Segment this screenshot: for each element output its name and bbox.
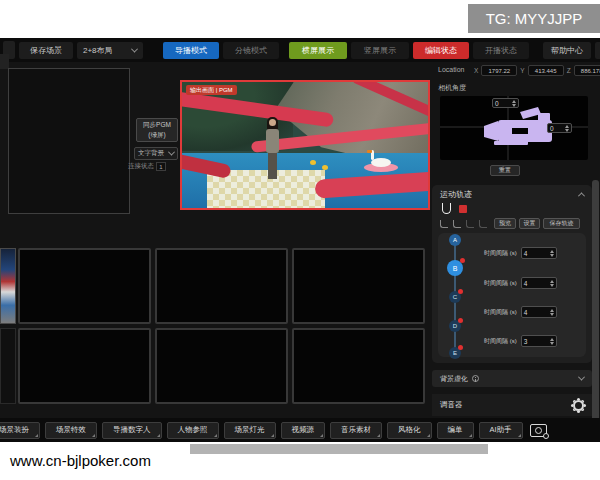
z-axis-label: Z	[567, 67, 571, 74]
corner-path-icon[interactable]	[479, 220, 487, 228]
angle-top-stepper[interactable]: 0	[492, 98, 519, 108]
waypoint-a[interactable]: A	[449, 234, 461, 246]
trajectory-preview-button[interactable]: 预览	[494, 218, 516, 229]
state-edit-button[interactable]: 编辑状态	[413, 42, 469, 59]
trajectory-header[interactable]: 运动轨迹	[440, 189, 584, 200]
scene-slot[interactable]	[18, 328, 151, 404]
waypoint-d-label: D	[453, 323, 457, 329]
right-scrollbar[interactable]	[592, 180, 599, 442]
info-icon	[472, 375, 479, 382]
scene-slot[interactable]	[155, 248, 288, 324]
angle-side-value: 0	[550, 125, 554, 132]
waypoint-c[interactable]: C	[449, 291, 461, 303]
scene-thumbnail-partial[interactable]	[0, 328, 16, 404]
sync-pgm-line2: (绿屏)	[137, 130, 177, 140]
state-broadcast-button[interactable]: 开播状态	[473, 42, 529, 59]
location-x-input[interactable]: 1797.22	[481, 65, 517, 76]
help-center-button[interactable]: 帮助中心	[543, 42, 591, 59]
tab-music-assets[interactable]: 音乐素材	[330, 422, 382, 439]
interval-label: 时间间隔 (s)	[484, 308, 517, 317]
interval-label: 时间间隔 (s)	[484, 249, 517, 258]
text-background-dropdown[interactable]: 文字背景	[134, 147, 178, 160]
delete-badge-icon[interactable]	[458, 289, 463, 294]
watermark-top: TG: MYYJJPP	[468, 4, 600, 33]
stepper-arrows-icon[interactable]	[550, 250, 554, 257]
tab-ai-assistant[interactable]: AI助手	[479, 422, 523, 439]
interval-stepper[interactable]: 4	[521, 247, 557, 259]
stepper-arrows-icon[interactable]	[550, 309, 554, 316]
stepper-arrows-icon[interactable]	[550, 280, 554, 287]
trajectory-settings-button[interactable]: 设置	[519, 218, 540, 229]
layout-select[interactable]: 2+8布局	[77, 42, 143, 59]
interval-label: 时间间隔 (s)	[484, 337, 517, 346]
corner-path-icon[interactable]	[466, 220, 474, 228]
swan-body	[371, 158, 391, 167]
corner-path-icon[interactable]	[453, 220, 461, 228]
stop-record-icon[interactable]	[459, 205, 467, 213]
waypoint-b[interactable]: B	[447, 260, 463, 276]
waypoint-e[interactable]: E	[449, 347, 461, 359]
presenter-body	[266, 129, 279, 153]
tab-scene-lighting[interactable]: 场景灯光	[224, 422, 276, 439]
trajectory-save-button[interactable]: 保存轨迹	[543, 218, 580, 229]
swan-beak	[367, 150, 372, 153]
screenshot-camera-icon[interactable]	[530, 424, 547, 437]
angle-top-value: 0	[495, 100, 499, 107]
tab-video-source[interactable]: 视频源	[281, 422, 326, 439]
corner-path-icon[interactable]	[440, 220, 448, 228]
delete-badge-icon[interactable]	[458, 345, 463, 350]
interval-row: 时间间隔 (s) 4	[484, 247, 557, 259]
save-scene-button[interactable]: 保存场景	[19, 42, 73, 59]
delete-badge-icon[interactable]	[458, 318, 463, 323]
camera-silhouette	[484, 107, 552, 145]
mixer-section[interactable]: 调音器	[432, 394, 592, 416]
scene-slot[interactable]	[18, 248, 151, 324]
scene-thumbnail-partial[interactable]	[0, 248, 16, 324]
mixer-label: 调音器	[440, 400, 463, 410]
angle-side-stepper[interactable]: 0	[547, 123, 572, 133]
camera-angle-minimap[interactable]: 0 0	[440, 96, 588, 160]
display-landscape-button[interactable]: 横屏展示	[289, 42, 347, 59]
interval-stepper[interactable]: 4	[521, 306, 557, 318]
mode-storyboard-button[interactable]: 分镜模式	[223, 42, 279, 59]
location-y-input[interactable]: 413.445	[528, 65, 564, 76]
link-status-value[interactable]: 1	[156, 162, 166, 171]
watermark-bottom: www.cn-bjlpoker.com	[0, 444, 190, 477]
tab-scene-effects[interactable]: 场景特效	[45, 422, 97, 439]
sync-pgm-button[interactable]: 同步PGM (绿屏)	[136, 118, 178, 142]
delete-badge-icon[interactable]	[460, 258, 465, 263]
scene-slot[interactable]	[292, 248, 425, 324]
scene-slot[interactable]	[292, 328, 425, 404]
tab-playlist[interactable]: 编单	[437, 422, 474, 439]
stepper-arrows-icon[interactable]	[550, 338, 554, 345]
program-preview[interactable]: 输出画面 | PGM	[180, 80, 430, 210]
chevron-up-icon	[578, 192, 585, 199]
text-background-label: 文字背景	[138, 149, 164, 158]
tab-character-reference[interactable]: 人物参照	[167, 422, 219, 439]
background-blur-section[interactable]: 背景虚化	[432, 370, 592, 387]
display-portrait-button[interactable]: 竖屏展示	[351, 42, 409, 59]
top-toolbar: 保存场景 2+8布局 导播模式 分镜模式 横屏展示 竖屏展示 编辑状态 开播状态…	[0, 38, 600, 62]
interval-value: 4	[524, 250, 528, 257]
mode-director-button[interactable]: 导播模式	[163, 42, 219, 59]
tab-director-avatar[interactable]: 导播数字人	[102, 422, 162, 439]
reset-angle-button[interactable]: 重置	[490, 165, 520, 176]
waypoint-c-label: C	[453, 294, 457, 300]
gear-icon[interactable]	[573, 400, 584, 411]
waypoint-d[interactable]: D	[449, 320, 461, 332]
left-edge-tab[interactable]	[0, 54, 9, 69]
stepper-arrows-icon[interactable]	[565, 125, 569, 132]
location-z-input[interactable]: 886.178	[574, 65, 600, 76]
location-fields: X 1797.22 Y 413.445 Z 886.178	[474, 65, 600, 76]
scene-slot[interactable]	[155, 328, 288, 404]
minimize-button[interactable]: 最小化	[595, 42, 600, 59]
interval-value: 4	[524, 309, 528, 316]
y-axis-label: Y	[520, 67, 524, 74]
tab-scene-dressup[interactable]: 场景装扮	[0, 422, 40, 439]
chevron-down-icon	[168, 149, 175, 156]
tab-stylize[interactable]: 风格化	[387, 422, 432, 439]
interval-stepper[interactable]: 3	[521, 335, 557, 347]
interval-stepper[interactable]: 4	[521, 277, 557, 289]
path-curve-icon[interactable]	[442, 203, 451, 214]
stepper-arrows-icon[interactable]	[512, 100, 516, 107]
